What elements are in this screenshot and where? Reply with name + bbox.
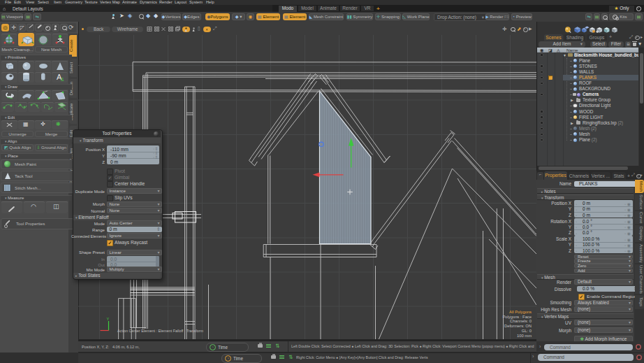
svg-text:&: & bbox=[61, 77, 64, 82]
